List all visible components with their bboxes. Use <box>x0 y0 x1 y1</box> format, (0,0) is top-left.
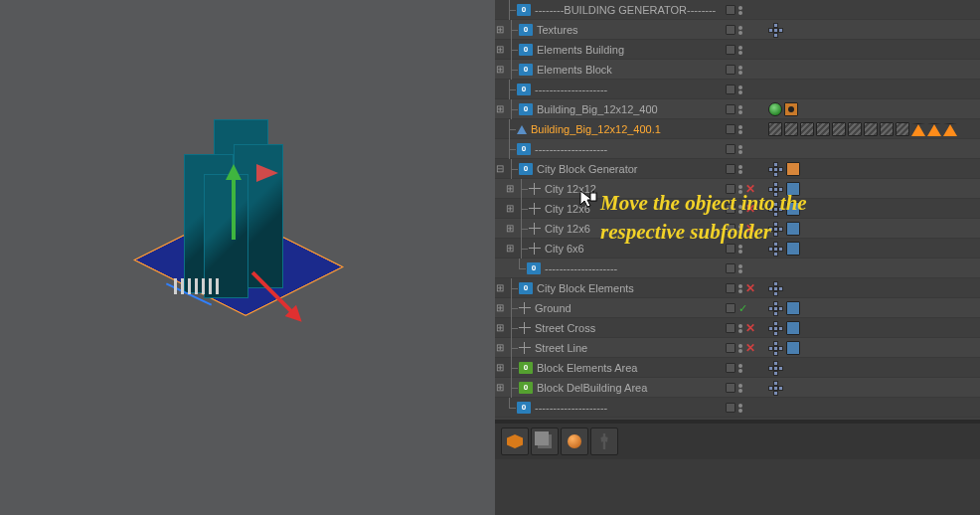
tags-area[interactable] <box>768 179 800 199</box>
object-label[interactable]: Street Line <box>535 342 587 354</box>
tags-area[interactable] <box>768 199 800 219</box>
tool-button-cube[interactable] <box>501 428 529 455</box>
object-label[interactable]: Building_Big_12x12_400 <box>537 103 658 115</box>
visibility-toggle[interactable] <box>726 343 735 353</box>
visibility-toggle[interactable] <box>726 244 735 254</box>
expand-toggle[interactable]: ⊞ <box>495 343 505 353</box>
visibility-toggle[interactable] <box>726 5 735 15</box>
texture-tag-icon[interactable] <box>880 122 894 136</box>
visibility-toggle[interactable] <box>726 283 735 293</box>
visibility-toggle[interactable] <box>726 85 735 94</box>
texture-tag-icon[interactable] <box>896 122 909 136</box>
attribute-panel[interactable] <box>495 459 980 515</box>
tags-area[interactable] <box>768 99 798 119</box>
visibility-toggle[interactable] <box>726 124 735 134</box>
tree-row-child[interactable]: ⊞ City 12x6 ✕ <box>495 219 980 239</box>
texture-tag-icon[interactable] <box>864 122 878 136</box>
visibility-toggle[interactable] <box>726 144 735 154</box>
expand-toggle[interactable]: ⊞ <box>505 184 515 194</box>
tags-area[interactable] <box>768 338 800 358</box>
display-tag-icon[interactable] <box>784 102 798 116</box>
object-label[interactable]: -------------------- <box>545 262 617 274</box>
visibility-toggle[interactable] <box>726 263 735 273</box>
tags-area[interactable] <box>768 219 800 239</box>
tag-icon[interactable] <box>786 202 800 216</box>
object-label[interactable]: Ground <box>535 302 572 314</box>
visibility-toggle[interactable] <box>726 383 735 393</box>
tree-row-sep[interactable]: 0 -------------------- <box>495 398 980 418</box>
texture-tag-icon[interactable] <box>832 122 846 136</box>
object-label[interactable]: Street Cross <box>535 322 595 334</box>
tags-area[interactable] <box>768 20 784 40</box>
tool-button-stack[interactable] <box>531 428 559 455</box>
tree-row-expanded[interactable]: ⊟ 0 City Block Generator <box>495 159 980 179</box>
object-label[interactable]: Elements Building <box>537 44 624 56</box>
tags-area[interactable] <box>768 159 800 179</box>
warning-tag-icon[interactable] <box>911 123 925 136</box>
expand-toggle[interactable]: ⊞ <box>495 283 505 293</box>
tree-row[interactable]: ⊞ 0 Block Elements Area <box>495 358 980 378</box>
visibility-toggle[interactable] <box>726 104 735 114</box>
tree-row-selected[interactable]: Building_Big_12x12_400.1 <box>495 119 980 139</box>
visibility-toggle[interactable] <box>726 323 735 333</box>
object-label[interactable]: City 12x6 <box>545 203 590 215</box>
expand-toggle[interactable]: ⊞ <box>495 25 505 35</box>
tag-icon[interactable] <box>786 242 800 256</box>
tree-row-sep[interactable]: 0 -------------------- <box>495 139 980 159</box>
tag-icon[interactable] <box>786 182 800 196</box>
visibility-toggle[interactable] <box>726 25 735 35</box>
object-label[interactable]: --------BUILDING GENERATOR-------- <box>535 4 716 16</box>
object-label[interactable]: Textures <box>537 24 578 36</box>
object-label[interactable]: -------------------- <box>535 84 607 95</box>
warning-tag-icon[interactable] <box>927 123 941 136</box>
red-x-icon[interactable]: ✕ <box>745 341 755 355</box>
expand-toggle[interactable]: ⊞ <box>495 65 505 75</box>
tree-row-heading[interactable]: 0 --------BUILDING GENERATOR-------- <box>495 0 980 20</box>
expand-toggle[interactable]: ⊞ <box>495 104 505 114</box>
warning-tag-icon[interactable] <box>943 123 957 136</box>
red-x-icon[interactable]: ✕ <box>745 281 755 295</box>
tags-area[interactable] <box>768 298 800 318</box>
expand-toggle[interactable]: ⊞ <box>495 323 505 333</box>
expand-toggle[interactable]: ⊞ <box>505 224 515 234</box>
visibility-toggle[interactable] <box>726 363 735 373</box>
object-label[interactable]: City 6x6 <box>545 243 584 255</box>
tree-row-sep[interactable]: 0 -------------------- <box>495 258 980 278</box>
tree-row[interactable]: ⊞ 0 Textures <box>495 20 980 40</box>
expand-toggle[interactable]: ⊞ <box>495 363 505 373</box>
tree-row[interactable]: ⊞ 0 Elements Block <box>495 60 980 80</box>
tag-icon[interactable] <box>786 222 800 236</box>
tag-icon[interactable] <box>786 301 800 315</box>
red-x-icon[interactable]: ✕ <box>745 182 755 196</box>
object-label[interactable]: -------------------- <box>535 402 607 414</box>
axis-x-icon[interactable] <box>285 305 308 328</box>
tags-area[interactable] <box>768 119 957 139</box>
visibility-toggle[interactable] <box>726 184 735 194</box>
tag-icon[interactable] <box>786 341 800 355</box>
tree-row-child[interactable]: ⊞ City 6x6 <box>495 239 980 258</box>
tags-area[interactable] <box>768 278 784 298</box>
tree-row[interactable]: ⊞ 0 Building_Big_12x12_400 <box>495 99 980 119</box>
visibility-toggle[interactable] <box>726 65 735 75</box>
tags-area[interactable] <box>768 378 784 398</box>
tag-icon[interactable] <box>768 102 782 116</box>
texture-tag-icon[interactable] <box>816 122 830 136</box>
object-label[interactable]: Block Elements Area <box>537 362 638 374</box>
tree-row-child[interactable]: ⊞ City 12x12 ✕ <box>495 179 980 199</box>
red-x-icon[interactable]: ✕ <box>745 202 755 216</box>
object-label[interactable]: Block DelBuilding Area <box>537 382 647 394</box>
tree-row[interactable]: ⊞ Street Line ✕ <box>495 338 980 358</box>
visibility-toggle[interactable] <box>726 204 735 214</box>
expand-toggle[interactable]: ⊞ <box>505 204 515 214</box>
tool-button-sphere[interactable] <box>561 428 588 455</box>
object-label[interactable]: City Block Generator <box>537 163 637 175</box>
tags-area[interactable] <box>768 318 800 338</box>
expand-toggle[interactable]: ⊞ <box>495 303 505 313</box>
visibility-toggle[interactable] <box>726 45 735 55</box>
tree-row[interactable]: ⊞ 0 Elements Building <box>495 40 980 60</box>
xpresso-tag-icon[interactable] <box>786 162 800 176</box>
visibility-toggle[interactable] <box>726 403 735 413</box>
red-x-icon[interactable]: ✕ <box>745 222 755 236</box>
texture-tag-icon[interactable] <box>768 122 782 136</box>
checkmark-icon[interactable]: ✓ <box>738 302 747 315</box>
